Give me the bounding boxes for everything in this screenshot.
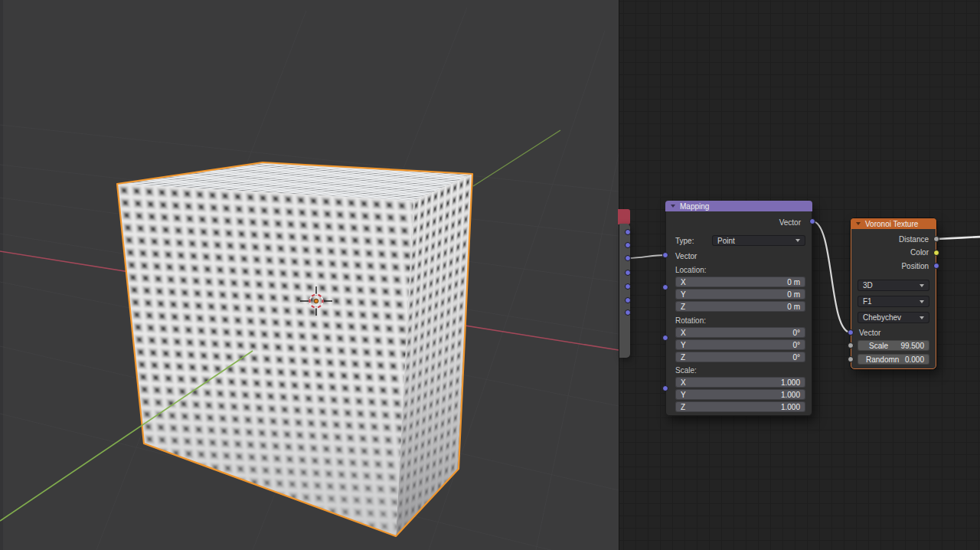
voronoi-distance-metric-dropdown[interactable]: Chebychev <box>858 312 929 323</box>
voronoi-output-distance-label: Distance <box>851 234 929 244</box>
chevron-down-icon <box>795 239 800 242</box>
voronoi-vector-input-socket[interactable] <box>848 329 854 336</box>
voronoi-color-output-socket[interactable] <box>933 250 939 256</box>
viewport-edge-shade <box>0 0 3 550</box>
mapping-scale-x-field[interactable]: X 1.000 <box>675 377 805 388</box>
mapping-location-z-field[interactable]: Z 0 m <box>675 301 805 312</box>
mapping-output-vector-label: Vector <box>666 217 801 228</box>
mapping-type-dropdown[interactable]: Point <box>712 235 805 246</box>
mapping-scale-group-label: Scale: <box>675 365 697 375</box>
collapse-arrow-icon[interactable] <box>856 222 861 225</box>
voronoi-distance-output-socket[interactable] <box>933 236 939 242</box>
chevron-down-icon <box>920 284 924 287</box>
texcoord-output-socket[interactable] <box>625 242 631 248</box>
voronoi-vector-input-label: Vector <box>859 328 880 338</box>
node-link <box>936 237 980 239</box>
mapping-vector-output-socket[interactable] <box>809 218 815 224</box>
mapping-rotation-y-field[interactable]: Y 0° <box>675 339 805 350</box>
texcoord-output-socket[interactable] <box>625 270 631 276</box>
mapping-scale-z-field[interactable]: Z 1.000 <box>675 401 805 412</box>
voronoi-node-header[interactable]: Voronoi Texture <box>851 218 936 229</box>
chevron-down-icon <box>920 316 924 319</box>
collapse-arrow-icon[interactable] <box>671 205 675 208</box>
node-link <box>812 221 851 332</box>
mapping-location-input-socket[interactable] <box>662 284 668 290</box>
voronoi-dimensions-dropdown[interactable]: 3D <box>858 280 929 291</box>
texcoord-output-socket[interactable] <box>625 309 631 316</box>
texcoord-output-socket[interactable] <box>625 255 631 261</box>
3d-viewport[interactable] <box>0 0 619 550</box>
mapping-node[interactable]: Mapping Vector Type: Point Vector Locati… <box>665 201 812 416</box>
voronoi-scale-input-socket[interactable] <box>848 342 854 349</box>
mapping-scale-input-socket[interactable] <box>662 385 668 391</box>
mapping-node-header[interactable]: Mapping <box>665 201 812 211</box>
voronoi-output-position-label: Position <box>851 261 929 271</box>
chevron-down-icon <box>920 300 924 303</box>
mapping-vector-input-socket[interactable] <box>662 252 668 258</box>
mapping-location-group-label: Location: <box>675 265 707 275</box>
mapping-scale-y-field[interactable]: Y 1.000 <box>675 389 805 400</box>
mapping-rotation-x-field[interactable]: X 0° <box>675 327 805 338</box>
voronoi-randomness-input-socket[interactable] <box>848 356 854 362</box>
mapping-rotation-z-field[interactable]: Z 0° <box>675 352 805 362</box>
blender-window: Mapping Vector Type: Point Vector Locati… <box>0 0 980 550</box>
voronoi-texture-node[interactable]: Voronoi Texture Distance Color Position … <box>851 218 936 369</box>
voronoi-position-output-socket[interactable] <box>933 263 939 269</box>
mapping-rotation-group-label: Rotation: <box>675 316 706 326</box>
texcoord-output-socket[interactable] <box>625 229 631 235</box>
voronoi-scale-slider[interactable]: Scale 99.500 <box>858 340 929 351</box>
texcoord-output-socket[interactable] <box>625 297 631 303</box>
voronoi-feature-dropdown[interactable]: F1 <box>858 296 929 307</box>
mapping-vector-input-label: Vector <box>675 250 697 261</box>
mapping-type-value: Point <box>717 237 735 245</box>
mapping-node-title: Mapping <box>680 202 709 211</box>
shader-node-editor[interactable]: Mapping Vector Type: Point Vector Locati… <box>619 0 980 550</box>
voronoi-randomness-slider[interactable]: Randomn 0.000 <box>858 354 929 365</box>
mapping-location-x-field[interactable]: X 0 m <box>675 277 805 287</box>
mapping-type-label: Type: <box>675 235 694 246</box>
texture-coordinate-node-header[interactable] <box>618 209 630 224</box>
voronoi-output-color-label: Color <box>851 247 929 257</box>
mapping-rotation-input-socket[interactable] <box>662 335 668 341</box>
texcoord-output-socket[interactable] <box>625 283 631 290</box>
node-link <box>628 255 665 258</box>
mapping-location-y-field[interactable]: Y 0 m <box>675 289 805 300</box>
voronoi-node-title: Voronoi Texture <box>865 220 918 228</box>
